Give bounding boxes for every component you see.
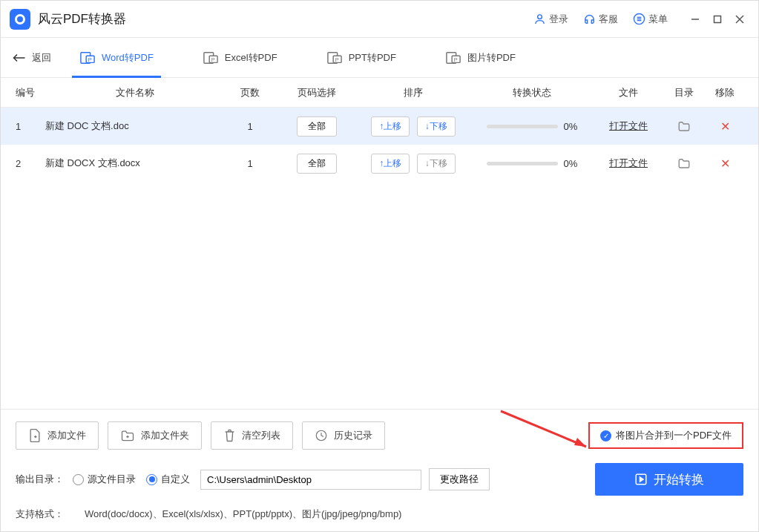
back-label: 返回 — [32, 51, 51, 65]
start-convert-button[interactable]: 开始转换 — [595, 463, 743, 496]
format-value: Word(doc/docx)、Excel(xls/xlsx)、PPT(ppt/p… — [85, 508, 401, 521]
svg-text:P: P — [211, 56, 215, 62]
add-file-button[interactable]: 添加文件 — [16, 421, 99, 450]
add-folder-label: 添加文件夹 — [141, 429, 189, 442]
open-file-link[interactable]: 打开文件 — [609, 157, 648, 168]
folder-add-icon — [120, 429, 135, 442]
list-icon — [633, 13, 645, 25]
merge-label: 将图片合并到一个PDF文件 — [616, 429, 732, 442]
row-pages: 1 — [224, 121, 276, 132]
row-pages: 1 — [224, 158, 276, 169]
svg-point-0 — [538, 15, 542, 19]
login-label: 登录 — [549, 13, 568, 26]
minimize-button[interactable] — [686, 10, 705, 29]
image-icon: P — [445, 50, 461, 65]
page-select-button[interactable]: 全部 — [297, 116, 337, 137]
row-num: 1 — [16, 121, 45, 132]
support-button[interactable]: 客服 — [583, 13, 618, 26]
svg-marker-28 — [640, 477, 644, 482]
table-row[interactable]: 1 新建 DOC 文档.doc 1 全部 ↑上移 ↓下移 0% 打开文件 ✕ — [1, 108, 758, 145]
progress-bar — [487, 162, 558, 165]
add-file-label: 添加文件 — [47, 429, 86, 442]
start-label: 开始转换 — [654, 471, 704, 488]
svg-rect-6 — [714, 16, 721, 22]
add-folder-button[interactable]: 添加文件夹 — [108, 421, 202, 450]
trash-icon — [223, 428, 236, 443]
tab-excel-to-pdf[interactable]: P Excel转PDF — [195, 38, 285, 78]
move-down-label: 下移 — [430, 157, 447, 170]
header-status: 转换状态 — [469, 86, 595, 99]
open-file-link[interactable]: 打开文件 — [609, 120, 648, 131]
menu-label: 菜单 — [648, 13, 668, 26]
ppt-icon: P — [326, 50, 343, 65]
clear-list-button[interactable]: 清空列表 — [211, 421, 293, 450]
login-button[interactable]: 登录 — [533, 13, 568, 26]
tab-word-to-pdf[interactable]: P Word转PDF — [72, 38, 161, 78]
progress-bar — [487, 125, 558, 128]
row-filename: 新建 DOCX 文档.docx — [45, 157, 224, 170]
play-icon — [634, 473, 648, 486]
tab-label: Word转PDF — [102, 51, 154, 65]
svg-text:P: P — [454, 56, 458, 62]
header-sort: 排序 — [358, 86, 469, 99]
back-button[interactable]: 返回 — [13, 51, 51, 65]
move-up-label: 上移 — [384, 157, 401, 170]
output-label: 输出目录： — [16, 473, 64, 486]
header-remove: 移除 — [706, 86, 743, 99]
word-icon: P — [79, 50, 96, 65]
progress-percent: 0% — [564, 121, 578, 132]
file-add-icon — [28, 428, 42, 443]
radio-custom-label: 自定义 — [161, 473, 190, 486]
history-label: 历史记录 — [334, 429, 372, 442]
header-name: 文件名称 — [45, 86, 224, 99]
header-dir: 目录 — [662, 86, 706, 99]
change-path-button[interactable]: 更改路径 — [429, 468, 490, 490]
radio-custom-dir[interactable]: 自定义 — [146, 473, 190, 486]
output-path-input[interactable] — [200, 470, 421, 490]
merge-checkbox[interactable]: ✓ 将图片合并到一个PDF文件 — [588, 422, 743, 449]
maximize-button[interactable] — [708, 10, 727, 29]
history-button[interactable]: 历史记录 — [302, 421, 385, 450]
tab-ppt-to-pdf[interactable]: P PPT转PDF — [319, 38, 404, 78]
tab-label: PPT转PDF — [349, 51, 396, 65]
excel-icon: P — [203, 50, 219, 65]
app-title: 风云PDF转换器 — [38, 10, 126, 27]
menu-button[interactable]: 菜单 — [633, 13, 668, 26]
folder-icon — [677, 120, 691, 132]
arrow-left-icon — [13, 53, 26, 63]
folder-icon — [677, 157, 691, 169]
format-label: 支持格式： — [16, 508, 64, 521]
move-up-button[interactable]: ↑上移 — [371, 154, 410, 174]
tab-label: Excel转PDF — [225, 51, 277, 65]
tab-label: 图片转PDF — [467, 51, 516, 65]
progress-percent: 0% — [564, 158, 578, 169]
user-icon — [533, 13, 546, 25]
clock-icon — [315, 429, 328, 442]
table-row[interactable]: 2 新建 DOCX 文档.docx 1 全部 ↑上移 ↓下移 0% 打开文件 ✕ — [1, 145, 758, 182]
move-down-button[interactable]: ↓下移 — [417, 154, 456, 174]
remove-button[interactable]: ✕ — [720, 157, 730, 170]
remove-button[interactable]: ✕ — [720, 120, 730, 133]
page-select-button[interactable]: 全部 — [297, 154, 337, 174]
svg-text:P: P — [335, 56, 338, 62]
open-folder-button[interactable] — [662, 157, 706, 169]
radio-source-dir[interactable]: 源文件目录 — [73, 473, 136, 486]
move-down-button[interactable]: ↓下移 — [417, 116, 456, 137]
tab-image-to-pdf[interactable]: P 图片转PDF — [438, 38, 523, 78]
row-filename: 新建 DOC 文档.doc — [45, 119, 224, 133]
check-icon: ✓ — [600, 430, 611, 441]
header-pages: 页数 — [224, 86, 276, 99]
app-logo — [10, 9, 30, 30]
header-file: 文件 — [595, 86, 662, 99]
move-down-label: 下移 — [430, 120, 447, 133]
open-folder-button[interactable] — [662, 120, 706, 132]
svg-text:P: P — [88, 56, 92, 62]
support-label: 客服 — [599, 13, 618, 26]
move-up-label: 上移 — [384, 120, 401, 133]
headset-icon — [583, 13, 596, 25]
move-up-button[interactable]: ↑上移 — [371, 116, 410, 137]
header-num: 编号 — [16, 86, 45, 99]
clear-list-label: 清空列表 — [242, 429, 280, 442]
radio-source-label: 源文件目录 — [88, 473, 136, 486]
close-button[interactable] — [730, 10, 749, 29]
